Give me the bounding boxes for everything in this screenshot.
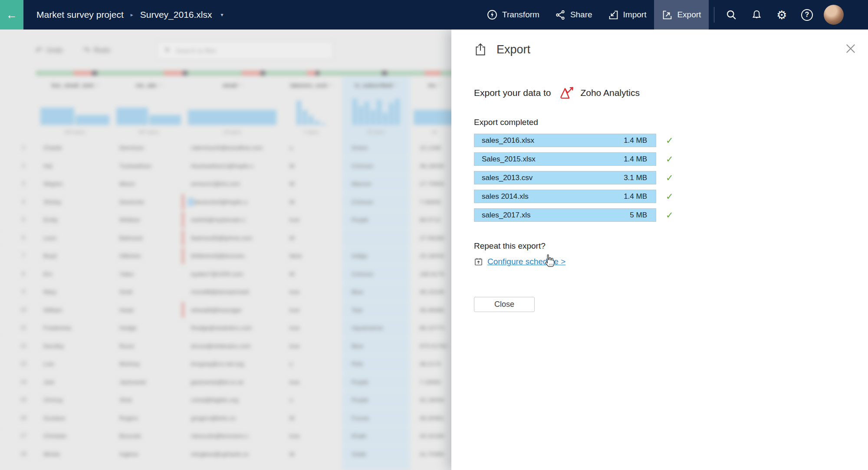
export-file-size: 1.4 MB bbox=[624, 155, 647, 164]
help-icon: ? bbox=[801, 9, 813, 21]
gear-icon: ⚙ bbox=[776, 9, 787, 21]
export-file-name: sales_2017.xls bbox=[482, 211, 530, 220]
export-share-icon bbox=[474, 43, 487, 56]
table-row: 2HalTuckwellsonhtuckwellson1@hoplix.cMCr… bbox=[0, 157, 454, 175]
quality-segment bbox=[36, 71, 73, 76]
export-file-size: 5 MB bbox=[630, 211, 647, 220]
notifications-button[interactable] bbox=[744, 0, 769, 30]
success-check-icon: ✓ bbox=[666, 210, 674, 220]
configure-schedule-link[interactable]: Configure schedule > bbox=[487, 257, 566, 266]
transform-icon bbox=[487, 9, 498, 20]
quality-segment bbox=[316, 71, 320, 76]
column-histogram: 387 types bbox=[113, 93, 184, 135]
column-histogram: 18 types bbox=[184, 93, 280, 135]
export-file-item: Sales_2015.xlsx1.4 MB✓ bbox=[474, 152, 674, 166]
transform-button[interactable]: Transform bbox=[479, 0, 547, 30]
export-icon bbox=[662, 10, 673, 20]
column-menu-caret-icon[interactable]: ▾ bbox=[96, 83, 99, 87]
app-window: ↶ Undo ↷ Redo Search & filter bsc_email_… bbox=[0, 0, 868, 470]
column-header[interactable]: email▾ bbox=[184, 79, 280, 91]
help-button[interactable]: ? bbox=[794, 0, 819, 30]
schedule-row: Configure schedule > bbox=[474, 257, 566, 266]
quality-segment bbox=[187, 71, 242, 76]
project-title[interactable]: Market survey project bbox=[36, 10, 124, 20]
quality-segment bbox=[183, 71, 188, 76]
share-button[interactable]: Share bbox=[547, 0, 600, 30]
destination-prefix: Export your data to bbox=[474, 88, 551, 98]
column-quality-bar bbox=[36, 71, 454, 76]
export-file-size: 3.1 MB bbox=[624, 174, 647, 182]
quality-segment bbox=[92, 71, 97, 76]
column-menu-caret-icon[interactable]: ▾ bbox=[160, 83, 162, 87]
user-avatar[interactable] bbox=[824, 5, 844, 25]
export-file-size: 1.4 MB bbox=[624, 192, 647, 201]
share-icon bbox=[555, 10, 566, 20]
quality-segment bbox=[164, 71, 182, 76]
undo-button[interactable]: ↶ Undo bbox=[36, 45, 63, 56]
export-file-item: sales 2014.xls1.4 MB✓ bbox=[474, 190, 674, 203]
import-label: Import bbox=[623, 10, 647, 20]
table-row: 12DorothyRossidrossi@infobrains.comtrueB… bbox=[0, 337, 454, 355]
export-panel: Export Export your data to Zoho Analytic… bbox=[451, 30, 868, 470]
export-destination: Export your data to Zoho Analytics bbox=[474, 86, 640, 100]
topbar-actions: Transform Share Import bbox=[479, 0, 844, 30]
filter-icon bbox=[164, 47, 171, 54]
search-button[interactable] bbox=[719, 0, 744, 30]
exported-file-list: sales_2016.xlsx1.4 MB✓Sales_2015.xlsx1.4… bbox=[474, 134, 674, 227]
column-menu-caret-icon[interactable]: ▾ bbox=[395, 83, 398, 87]
table-row: 10WilliamHeadwhead9@brazulgertrueTeal46.… bbox=[0, 301, 454, 319]
export-file-item: sales_2013.csv3.1 MB✓ bbox=[474, 171, 674, 184]
quality-segment bbox=[97, 71, 164, 76]
export-file-name: sales 2014.xls bbox=[482, 192, 529, 201]
table-rows: 1CharlieDennisoncdennison0@woodline.comu… bbox=[0, 139, 454, 463]
close-button[interactable]: Close bbox=[474, 297, 535, 312]
table-row: 8EmYateseyates7@1000.comMCrimson185.6174 bbox=[0, 265, 454, 283]
breadcrumb: Market survey project ▸ Survey_2016.xlsx… bbox=[36, 10, 224, 20]
redo-button[interactable]: ↷ Redo bbox=[83, 45, 110, 56]
filter-search-input[interactable]: Search & filter bbox=[157, 41, 333, 59]
table-row: 9MarySnellmsnell8@domainmarktrueBlue46.1… bbox=[0, 283, 454, 301]
success-check-icon: ✓ bbox=[666, 173, 674, 183]
close-icon[interactable] bbox=[845, 43, 856, 54]
table-row: 16GustaveRogersgrogers@brits.coMFuscia46… bbox=[0, 409, 454, 427]
export-file-item: sales_2017.xls5 MB✓ bbox=[474, 208, 674, 222]
column-header[interactable]: laborers_cost▾ bbox=[280, 79, 342, 91]
success-check-icon: ✓ bbox=[666, 191, 674, 202]
table-row: 11FrederickaHodgefhodge@stratistics.comt… bbox=[0, 319, 454, 337]
undo-icon: ↶ bbox=[36, 45, 43, 56]
table-row: 14JoelJackowskijjackowski@ld.co.uktruePu… bbox=[0, 373, 454, 391]
export-button[interactable]: Export bbox=[654, 0, 709, 30]
column-header[interactable]: res_abc▾ bbox=[113, 79, 184, 91]
dataset-title[interactable]: Survey_2016.xlsx bbox=[140, 10, 212, 20]
column-menu-caret-icon[interactable]: ▾ bbox=[330, 83, 332, 87]
redo-label: Redo bbox=[94, 46, 110, 54]
settings-button[interactable]: ⚙ bbox=[769, 0, 794, 30]
back-button[interactable]: ← bbox=[0, 0, 23, 30]
search-icon bbox=[726, 9, 737, 21]
export-label: Export bbox=[677, 10, 701, 20]
transform-label: Transform bbox=[502, 10, 539, 20]
zoho-analytics-logo-icon bbox=[559, 86, 575, 100]
quality-segment bbox=[424, 71, 441, 76]
column-menu-caret-icon[interactable]: ▾ bbox=[240, 83, 242, 87]
import-button[interactable]: Import bbox=[600, 0, 654, 30]
spreadsheet-toolbar: ↶ Undo ↷ Redo Search & filter bbox=[36, 39, 333, 62]
table-row: 1CharlieDennisoncdennison0@woodline.comu… bbox=[0, 139, 454, 157]
quality-segment bbox=[382, 71, 387, 76]
table-row: 15ChrissyStratcstrat@bigbits.orguPurple4… bbox=[0, 391, 454, 409]
breadcrumb-arrow-icon: ▸ bbox=[131, 12, 133, 18]
dataset-dropdown-caret-icon[interactable]: ▾ bbox=[221, 12, 224, 18]
column-histogram: 20 types bbox=[342, 93, 410, 135]
top-bar: ← Market survey project ▸ Survey_2016.xl… bbox=[0, 0, 868, 30]
column-header[interactable]: bsc_email_sent▾ bbox=[37, 79, 113, 91]
quality-segment bbox=[73, 71, 92, 76]
table-row: 18MickieIngleseminglese@uphazle.coMViole… bbox=[0, 445, 454, 463]
column-header[interactable]: is_subscribed▾ bbox=[342, 79, 410, 91]
redo-icon: ↷ bbox=[83, 45, 90, 56]
spreadsheet-background: ↶ Undo ↷ Redo Search & filter bsc_email_… bbox=[0, 30, 454, 470]
share-label: Share bbox=[570, 10, 592, 20]
table-row: 5EmilyWhitlowewhit4@mydomain.ctruePurple… bbox=[0, 211, 454, 229]
column-menu-caret-icon[interactable]: ▾ bbox=[439, 83, 441, 87]
table-row: 3WaylonMixonwmixon2@list.comMMaroon27.75… bbox=[0, 175, 454, 193]
export-panel-title: Export bbox=[496, 43, 530, 56]
